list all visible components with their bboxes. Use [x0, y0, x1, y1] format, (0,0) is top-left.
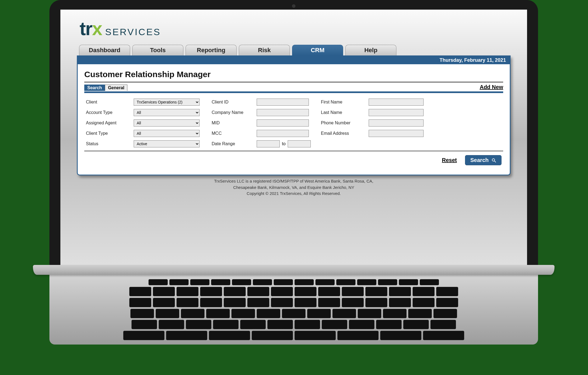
- brand-logo: trx SERVICES: [80, 18, 511, 39]
- screen: trx SERVICES Dashboard Tools Reporting R…: [60, 10, 527, 268]
- tab-risk[interactable]: Risk: [239, 45, 290, 55]
- page-title: Customer Relationship Manager: [84, 68, 503, 82]
- label-company-name: Company Name: [212, 110, 245, 115]
- search-button[interactable]: Search: [465, 155, 502, 165]
- laptop-mockup: trx SERVICES Dashboard Tools Reporting R…: [49, 0, 538, 345]
- date-range-to-label: to: [282, 141, 285, 146]
- input-date-from[interactable]: [257, 140, 280, 147]
- label-client-id: Client ID: [212, 100, 245, 105]
- input-last-name[interactable]: [369, 109, 424, 116]
- nav-tabs: Dashboard Tools Reporting Risk CRM Help: [79, 45, 511, 55]
- label-mid: MID: [212, 121, 245, 125]
- keyboard: [104, 279, 483, 342]
- search-button-label: Search: [470, 157, 489, 163]
- select-status[interactable]: Active: [134, 140, 200, 147]
- label-email: Email Address: [321, 131, 357, 136]
- subtabs: Search General: [84, 85, 127, 91]
- footer-line2: Chesapeake Bank, Kilmarnock, VA, and Esq…: [77, 184, 511, 191]
- input-date-to[interactable]: [288, 140, 311, 147]
- input-company-name[interactable]: [257, 109, 309, 116]
- logo-services: SERVICES: [105, 27, 161, 37]
- select-assigned-agent[interactable]: All: [134, 119, 200, 127]
- label-date-range: Date Range: [212, 141, 245, 146]
- tab-crm[interactable]: CRM: [292, 45, 343, 55]
- search-form: Client TrxServices Operations (2) Client…: [84, 93, 503, 149]
- label-account-type: Account Type: [86, 110, 122, 115]
- input-client-id[interactable]: [257, 99, 309, 106]
- select-client-type[interactable]: All: [134, 130, 200, 137]
- date-range-group: to: [257, 140, 309, 147]
- date-bar: Thursday, February 11, 2021: [78, 56, 510, 64]
- subtab-search[interactable]: Search: [84, 85, 105, 91]
- input-mcc[interactable]: [257, 130, 309, 137]
- label-last-name: Last Name: [321, 110, 357, 115]
- input-email[interactable]: [369, 130, 424, 137]
- footer-line1: TrxServices LLC is a registered ISO/MSP/…: [77, 178, 511, 184]
- svg-line-1: [494, 161, 496, 162]
- tab-help[interactable]: Help: [345, 45, 396, 55]
- input-phone[interactable]: [369, 119, 424, 127]
- logo-trx: trx: [80, 18, 102, 39]
- tab-dashboard[interactable]: Dashboard: [79, 45, 130, 55]
- label-client: Client: [86, 100, 122, 105]
- add-new-link[interactable]: Add New: [480, 84, 503, 91]
- tab-tools[interactable]: Tools: [132, 45, 183, 55]
- label-mcc: MCC: [212, 131, 245, 136]
- tab-reporting[interactable]: Reporting: [186, 45, 237, 55]
- main-panel: Thursday, February 11, 2021 Customer Rel…: [77, 55, 511, 175]
- label-assigned-agent: Assigned Agent: [86, 121, 122, 125]
- camera-dot: [292, 4, 295, 8]
- label-client-type: Client Type: [86, 131, 122, 136]
- footer: TrxServices LLC is a registered ISO/MSP/…: [77, 178, 511, 197]
- label-phone: Phone Number: [321, 121, 357, 125]
- input-first-name[interactable]: [369, 99, 424, 106]
- subtab-general[interactable]: General: [105, 85, 127, 91]
- footer-line3: Copyright © 2021 TrxServices, All Rights…: [77, 191, 511, 197]
- select-client[interactable]: TrxServices Operations (2): [134, 99, 200, 106]
- search-icon: [491, 158, 496, 163]
- label-status: Status: [86, 141, 122, 146]
- select-account-type[interactable]: All: [134, 109, 200, 116]
- laptop-hinge: [33, 265, 555, 275]
- laptop-base: [49, 268, 538, 345]
- reset-link[interactable]: Reset: [442, 157, 457, 163]
- laptop-lid: trx SERVICES Dashboard Tools Reporting R…: [49, 0, 538, 268]
- input-mid[interactable]: [257, 119, 309, 127]
- label-first-name: First Name: [321, 100, 357, 105]
